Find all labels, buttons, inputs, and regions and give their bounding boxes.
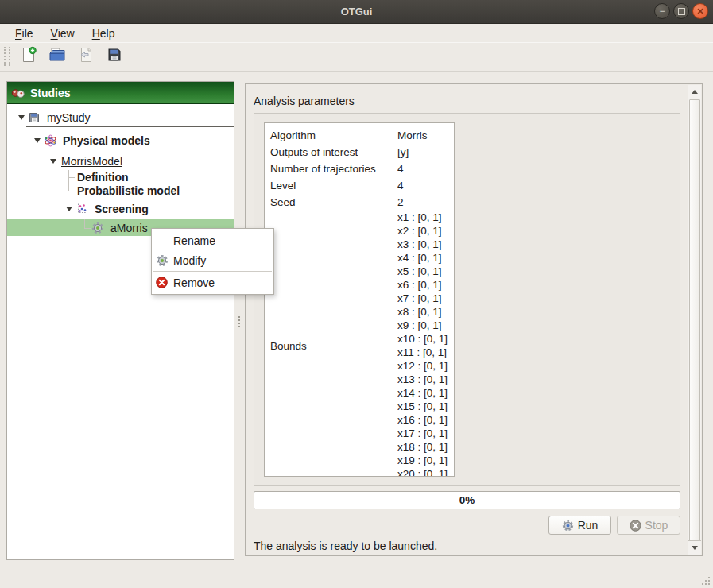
bound-value: x14 : [0, 1] <box>397 386 448 400</box>
studies-tree: myStudyPhysical modelsMorrisModelDefinit… <box>7 108 234 236</box>
tree-item-label: aMorris <box>109 222 148 234</box>
bound-value: x3 : [0, 1] <box>397 238 448 251</box>
bound-value: x20 : [0, 1] <box>397 467 448 477</box>
menubar: FileViewHelp <box>0 24 713 42</box>
context-menu: RenameModifyRemove <box>151 228 274 295</box>
parameter-row: Outputs of interest[y] <box>265 144 454 161</box>
menu-view[interactable]: View <box>42 25 83 41</box>
parameter-row: AlgorithmMorris <box>265 127 454 144</box>
expander-icon[interactable] <box>63 200 76 218</box>
analysis-parameters-title: Analysis parameters <box>254 95 355 107</box>
maximize-icon <box>678 8 685 15</box>
minimize-icon: − <box>659 6 665 16</box>
stop-button[interactable]: Stop <box>617 516 680 535</box>
parameter-row: Seed2 <box>265 194 454 211</box>
panel-splitter[interactable] <box>235 81 244 560</box>
run-gear-icon <box>562 520 574 532</box>
studies-header: Studies <box>7 82 234 104</box>
open-study-icon <box>48 46 67 67</box>
vertical-scrollbar[interactable] <box>688 85 701 555</box>
bound-value: x5 : [0, 1] <box>397 265 448 278</box>
stop-button-label: Stop <box>645 519 668 532</box>
parameter-row: Level4 <box>265 177 454 194</box>
titlebar[interactable]: OTGui − ✕ <box>0 0 713 24</box>
expander-icon[interactable] <box>47 153 60 170</box>
expander-icon[interactable] <box>15 108 28 127</box>
bound-value: x13 : [0, 1] <box>397 373 448 386</box>
studies-header-label: Studies <box>30 87 71 99</box>
bound-value: x12 : [0, 1] <box>397 359 448 373</box>
tree-item-label: MorrisModel <box>60 155 122 168</box>
context-menu-item-label: Remove <box>173 277 215 289</box>
bound-value: x4 : [0, 1] <box>397 251 448 265</box>
close-button[interactable]: ✕ <box>692 3 708 19</box>
scroll-down-button[interactable] <box>688 540 701 555</box>
gear-icon <box>156 254 173 267</box>
tree-item-probabilistic-model[interactable]: Probabilistic model <box>7 184 234 197</box>
tree-item-label: myStudy <box>45 111 90 124</box>
bound-value: x6 : [0, 1] <box>397 278 448 292</box>
new-study-icon <box>20 46 37 67</box>
analysis-panel: Analysis parameters AlgorithmMorrisOutpu… <box>245 83 703 556</box>
bound-value: x17 : [0, 1] <box>397 427 448 440</box>
studies-icon <box>11 87 25 99</box>
bound-value: x8 : [0, 1] <box>397 305 448 319</box>
run-button[interactable]: Run <box>548 516 611 535</box>
close-icon: ✕ <box>696 7 703 16</box>
status-message: The analysis is ready to be launched. <box>254 540 437 552</box>
minimize-button[interactable]: − <box>654 3 670 19</box>
parameter-label: Number of trajectories <box>270 163 397 175</box>
tree-item-physical-models[interactable]: Physical models <box>7 132 234 149</box>
floppy-icon <box>28 111 42 124</box>
menu-separator <box>153 271 272 272</box>
parameter-row: Number of trajectories4 <box>265 161 454 177</box>
window-title: OTGui <box>341 6 373 17</box>
tree-item-label: Physical models <box>61 134 150 147</box>
tree-item-label: Probabilistic model <box>76 184 180 197</box>
menu-help[interactable]: Help <box>83 25 124 41</box>
menu-file[interactable]: File <box>6 25 42 41</box>
tree-item-label: Definition <box>76 171 129 184</box>
bound-value: x7 : [0, 1] <box>397 292 448 305</box>
bound-value: x10 : [0, 1] <box>397 332 448 346</box>
window-controls: − ✕ <box>654 3 708 19</box>
bounds-values: x1 : [0, 1]x2 : [0, 1]x3 : [0, 1]x4 : [0… <box>397 211 448 477</box>
resize-grip[interactable] <box>700 575 711 586</box>
expander-icon[interactable] <box>31 132 44 149</box>
scatter-icon <box>76 203 90 215</box>
open-study-button[interactable] <box>45 44 69 68</box>
progress-bar: 0% <box>254 491 680 509</box>
save-study-button[interactable] <box>103 44 126 68</box>
tree-item-screening[interactable]: Screening <box>7 200 234 218</box>
parameter-value: 2 <box>397 196 404 208</box>
bounds-row: Bounds x1 : [0, 1]x2 : [0, 1]x3 : [0, 1]… <box>265 211 454 477</box>
parameter-label: Outputs of interest <box>270 146 397 158</box>
parameter-label: Level <box>270 180 397 191</box>
splitter-handle-icon <box>238 316 240 329</box>
bound-value: x9 : [0, 1] <box>397 319 448 332</box>
parameter-value: [y] <box>397 146 409 158</box>
toolbar-drag-handle[interactable] <box>4 47 10 66</box>
tree-item-morrismodel[interactable]: MorrisModel <box>7 153 234 170</box>
context-menu-modify[interactable]: Modify <box>152 250 273 270</box>
maximize-button[interactable] <box>673 3 689 19</box>
tree-item-definition[interactable]: Definition <box>7 170 234 184</box>
scroll-up-button[interactable] <box>688 85 701 99</box>
import-script-button[interactable] <box>74 44 98 68</box>
bound-value: x1 : [0, 1] <box>397 211 448 224</box>
bounds-label: Bounds <box>270 340 307 352</box>
run-button-label: Run <box>578 519 599 532</box>
context-menu-item-label: Modify <box>173 254 206 267</box>
scrollbar-thumb[interactable] <box>689 99 700 540</box>
scroll-down-icon <box>692 546 698 550</box>
gear-icon <box>91 222 106 234</box>
progress-value: 0% <box>459 494 475 506</box>
parameter-label: Seed <box>270 196 397 208</box>
remove-icon <box>156 277 173 288</box>
new-study-button[interactable] <box>17 44 41 68</box>
import-script-icon <box>77 46 95 67</box>
tree-item-mystudy[interactable]: myStudy <box>7 108 234 127</box>
context-menu-remove[interactable]: Remove <box>152 273 273 292</box>
context-menu-rename[interactable]: Rename <box>152 230 273 250</box>
parameter-value: 4 <box>397 180 404 191</box>
